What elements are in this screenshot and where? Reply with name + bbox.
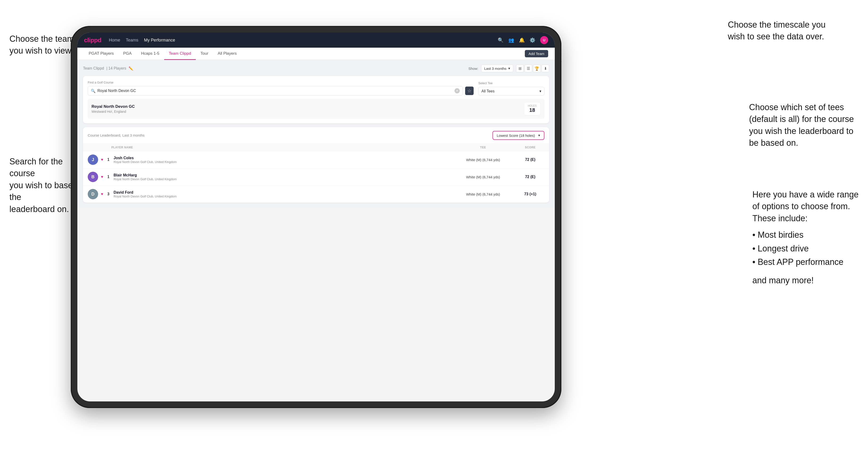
player-info-1: Josh Coles Royal North Devon Golf Club, … bbox=[114, 156, 177, 164]
show-label: Show: bbox=[468, 66, 478, 70]
course-name: Royal North Devon GC bbox=[92, 104, 135, 109]
search-icon-inner: 🔍 bbox=[91, 89, 96, 93]
player-cell-2: B ♥ 1 Blair McHarg Royal North Devon Gol… bbox=[88, 172, 450, 182]
player-tee-2: White (M) (6,744 yds) bbox=[450, 175, 516, 179]
table-row: J ♥ 1 Josh Coles Royal North Devon Golf … bbox=[83, 151, 549, 168]
annotation-tees-text: Choose which set of tees(default is all)… bbox=[749, 102, 854, 148]
option-app: Best APP performance bbox=[752, 255, 859, 269]
trophy-view-button[interactable]: 🏆 bbox=[533, 65, 540, 72]
team-controls: Show: Last 3 months ▾ ⊞ ☰ 🏆 ⬇ bbox=[468, 65, 549, 72]
clear-button[interactable]: ✕ bbox=[455, 88, 460, 93]
holes-label: Holes bbox=[528, 104, 536, 107]
player-score-2: 72 (E) bbox=[516, 175, 545, 179]
col-score: SCORE bbox=[516, 146, 545, 149]
bell-icon[interactable]: 🔔 bbox=[519, 37, 525, 43]
leaderboard-title-text: Course Leaderboard, bbox=[88, 133, 121, 137]
find-course-col: Find a Golf Course 🔍 ✕ ☆ bbox=[88, 81, 474, 96]
team-header: Team Clippd | 14 Players ✏️ Show: Last 3… bbox=[83, 65, 549, 72]
course-result: Royal North Devon GC Westward Ho!, Engla… bbox=[88, 99, 545, 119]
favorite-icon-1[interactable]: ♥ bbox=[101, 158, 103, 162]
annotation-options-text: Here you have a wide rangeof options to … bbox=[752, 190, 859, 223]
tablet-frame: clippd Home Teams My Performance 🔍 👥 🔔 ⚙… bbox=[71, 26, 561, 408]
search-section: Find a Golf Course 🔍 ✕ ☆ Select Tee bbox=[83, 76, 549, 123]
favorite-icon-2[interactable]: ♥ bbox=[101, 175, 103, 179]
player-score-1: 72 (E) bbox=[516, 158, 545, 162]
tablet-screen: clippd Home Teams My Performance 🔍 👥 🔔 ⚙… bbox=[78, 33, 555, 401]
tee-select-col: Select Tee All Tees ▾ bbox=[478, 81, 545, 96]
player-name-3: David Ford bbox=[114, 190, 177, 195]
tee-dropdown[interactable]: All Tees ▾ bbox=[478, 87, 545, 96]
tee-chevron-icon: ▾ bbox=[539, 89, 541, 93]
search-icon[interactable]: 🔍 bbox=[498, 37, 503, 43]
player-tee-1: White (M) (6,744 yds) bbox=[450, 158, 516, 162]
sub-nav: PGAT Players PGA Hcaps 1-5 Team Clippd T… bbox=[78, 48, 555, 60]
tab-all-players[interactable]: All Players bbox=[213, 48, 241, 60]
add-team-button[interactable]: Add Team bbox=[525, 50, 548, 57]
table-header: PLAYER NAME TEE SCORE bbox=[83, 144, 549, 151]
col-tee: TEE bbox=[450, 146, 516, 149]
player-name-1: Josh Coles bbox=[114, 156, 177, 160]
list-view-button[interactable]: ☰ bbox=[525, 65, 532, 72]
and-more-text: and many more! bbox=[752, 275, 859, 286]
search-row: Find a Golf Course 🔍 ✕ ☆ Select Tee bbox=[88, 81, 545, 96]
nav-home[interactable]: Home bbox=[109, 37, 120, 44]
player-rank-1: 1 bbox=[106, 158, 111, 162]
view-icons: ⊞ ☰ 🏆 ⬇ bbox=[516, 65, 549, 72]
download-button[interactable]: ⬇ bbox=[541, 65, 549, 72]
holes-number: 18 bbox=[528, 107, 536, 113]
user-avatar[interactable]: U bbox=[540, 36, 548, 44]
player-club-3: Royal North Devon Golf Club, United King… bbox=[114, 195, 177, 198]
app-logo: clippd bbox=[84, 36, 101, 44]
player-info-3: David Ford Royal North Devon Golf Club, … bbox=[114, 190, 177, 198]
chevron-down-icon: ▾ bbox=[508, 66, 510, 70]
player-score-3: 73 (+1) bbox=[516, 192, 545, 196]
main-content: Team Clippd | 14 Players ✏️ Show: Last 3… bbox=[78, 60, 555, 207]
leaderboard-section: Course Leaderboard, Last 3 months Lowest… bbox=[83, 127, 549, 203]
grid-view-button[interactable]: ⊞ bbox=[516, 65, 524, 72]
annotation-course-text: Search for the courseyou wish to base th… bbox=[9, 157, 73, 214]
annotation-timescale-text: Choose the timescale youwish to see the … bbox=[728, 20, 826, 41]
tab-pgat[interactable]: PGAT Players bbox=[84, 48, 118, 60]
annotation-tees: Choose which set of tees(default is all)… bbox=[749, 101, 854, 149]
options-list: Most birdies Longest drive Best APP perf… bbox=[752, 228, 859, 269]
nav-my-performance[interactable]: My Performance bbox=[144, 37, 175, 44]
course-search-input[interactable] bbox=[97, 89, 453, 93]
tee-value: All Tees bbox=[482, 89, 495, 93]
player-tee-3: White (M) (6,744 yds) bbox=[450, 192, 516, 196]
app-navbar: clippd Home Teams My Performance 🔍 👥 🔔 ⚙… bbox=[78, 33, 555, 48]
player-cell-3: D ♥ 3 David Ford Royal North Devon Golf … bbox=[88, 189, 450, 199]
show-value: Last 3 months bbox=[484, 66, 506, 70]
tab-hcaps[interactable]: Hcaps 1-5 bbox=[136, 48, 164, 60]
leaderboard-title: Course Leaderboard, Last 3 months bbox=[88, 133, 145, 138]
score-chevron-icon: ▾ bbox=[538, 133, 540, 137]
favorite-icon-3[interactable]: ♥ bbox=[101, 192, 103, 196]
tee-select-label: Select Tee bbox=[478, 81, 545, 85]
player-info-2: Blair McHarg Royal North Devon Golf Club… bbox=[114, 173, 177, 181]
edit-icon[interactable]: ✏️ bbox=[129, 66, 133, 71]
player-club-1: Royal North Devon Golf Club, United King… bbox=[114, 160, 177, 164]
player-rank-3: 3 bbox=[106, 192, 111, 196]
leaderboard-header: Course Leaderboard, Last 3 months Lowest… bbox=[83, 127, 549, 144]
team-name: Team Clippd bbox=[83, 66, 104, 70]
course-location: Westward Ho!, England bbox=[92, 110, 135, 114]
nav-icons: 🔍 👥 🔔 ⚙️ U bbox=[498, 36, 548, 44]
annotation-team-text: Choose the team you wish to view. bbox=[9, 34, 74, 55]
favorite-button[interactable]: ☆ bbox=[465, 87, 474, 95]
tab-tour[interactable]: Tour bbox=[196, 48, 213, 60]
score-type-dropdown[interactable]: Lowest Score (18 holes) ▾ bbox=[493, 131, 545, 140]
col-player-name: PLAYER NAME bbox=[88, 146, 450, 149]
option-drive: Longest drive bbox=[752, 242, 859, 255]
table-row: D ♥ 3 David Ford Royal North Devon Golf … bbox=[83, 185, 549, 203]
player-avatar-2: B bbox=[88, 172, 98, 182]
nav-teams[interactable]: Teams bbox=[126, 37, 138, 44]
show-dropdown[interactable]: Last 3 months ▾ bbox=[481, 65, 513, 72]
find-course-label: Find a Golf Course bbox=[88, 81, 474, 84]
people-icon[interactable]: 👥 bbox=[508, 37, 514, 43]
nav-links: Home Teams My Performance bbox=[109, 37, 490, 44]
tab-pga[interactable]: PGA bbox=[118, 48, 136, 60]
settings-icon[interactable]: ⚙️ bbox=[530, 37, 535, 43]
table-row: B ♥ 1 Blair McHarg Royal North Devon Gol… bbox=[83, 168, 549, 185]
course-info: Royal North Devon GC Westward Ho!, Engla… bbox=[92, 104, 135, 114]
tab-team-clippd[interactable]: Team Clippd bbox=[164, 48, 196, 60]
leaderboard-table: PLAYER NAME TEE SCORE J ♥ 1 Josh Coles R bbox=[83, 144, 549, 203]
